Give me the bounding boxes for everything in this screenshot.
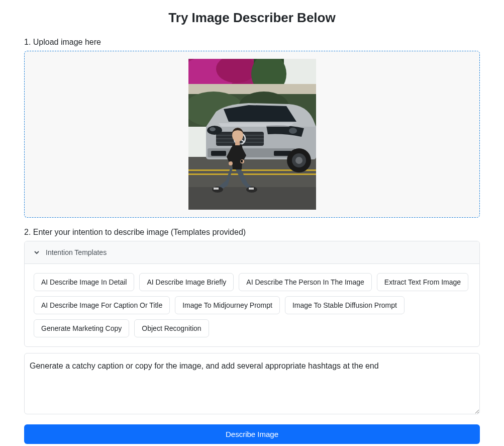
uploaded-image-preview bbox=[188, 59, 316, 210]
svg-point-20 bbox=[210, 127, 216, 131]
templates-panel: Intention Templates AI Describe Image In… bbox=[24, 241, 480, 347]
upload-label: 1. Upload image here bbox=[24, 38, 480, 47]
templates-header-label: Intention Templates bbox=[46, 248, 107, 256]
svg-rect-12 bbox=[188, 173, 316, 175]
svg-point-27 bbox=[295, 157, 303, 164]
template-btn-stable-diffusion[interactable]: Image To Stable Diffusion Prompt bbox=[285, 296, 405, 314]
svg-point-32 bbox=[229, 161, 233, 165]
template-btn-object-recognition[interactable]: Object Recognition bbox=[134, 319, 209, 337]
svg-rect-31 bbox=[249, 188, 254, 190]
template-btn-describe-detail[interactable]: AI Describe Image In Detail bbox=[34, 273, 134, 291]
svg-rect-30 bbox=[214, 188, 219, 190]
template-btn-midjourney[interactable]: Image To Midjourney Prompt bbox=[175, 296, 280, 314]
template-btn-describe-briefly[interactable]: AI Describe Image Briefly bbox=[139, 273, 234, 291]
chevron-down-icon bbox=[34, 249, 40, 255]
upload-dropzone[interactable] bbox=[24, 51, 480, 218]
template-btn-marketing-copy[interactable]: Generate Marketing Copy bbox=[34, 319, 129, 337]
intention-textarea[interactable] bbox=[24, 353, 480, 414]
template-btn-caption-title[interactable]: AI Describe Image For Caption Or Title bbox=[34, 296, 170, 314]
template-btn-describe-person[interactable]: AI Describe The Person In The Image bbox=[239, 273, 372, 291]
page-title: Try Image Describer Below bbox=[24, 10, 480, 26]
templates-list: AI Describe Image In Detail AI Describe … bbox=[25, 264, 479, 346]
templates-header[interactable]: Intention Templates bbox=[25, 241, 479, 264]
template-btn-extract-text[interactable]: Extract Text From Image bbox=[377, 273, 468, 291]
intention-label: 2. Enter your intention to describe imag… bbox=[24, 228, 480, 237]
svg-rect-36 bbox=[241, 160, 243, 162]
describe-image-button[interactable]: Describe Image bbox=[24, 424, 480, 444]
svg-point-21 bbox=[289, 128, 297, 134]
svg-rect-23 bbox=[211, 151, 226, 156]
